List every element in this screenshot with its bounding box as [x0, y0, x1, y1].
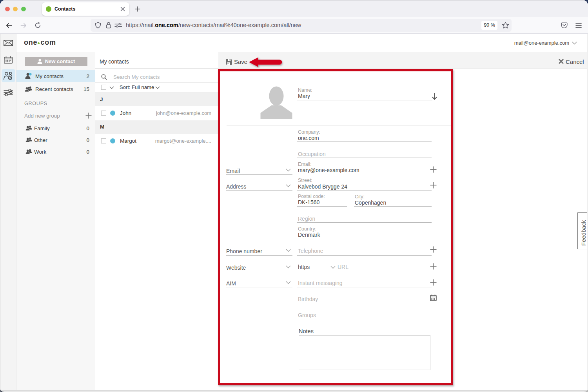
svg-text:@: @ [9, 76, 12, 80]
